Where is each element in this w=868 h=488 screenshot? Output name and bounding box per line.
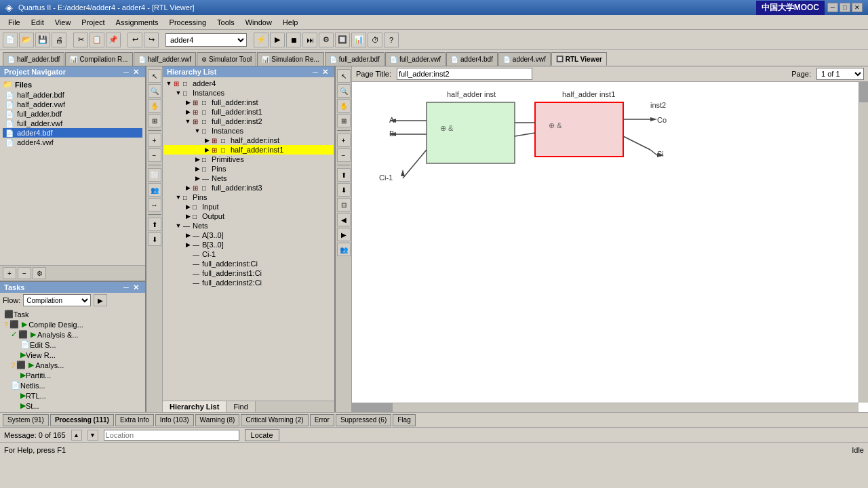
open-button[interactable]: 📂 xyxy=(19,33,34,47)
tree-input[interactable]: ▶ □ Input xyxy=(164,202,333,211)
page-combo[interactable]: 1 of 1 xyxy=(816,68,864,80)
stop-button[interactable]: ⏹ xyxy=(286,33,301,47)
tab-sim-report[interactable]: 📊 Simulation Re... xyxy=(257,52,324,66)
status-tab-error[interactable]: Error xyxy=(310,414,334,426)
net-tool[interactable]: ↔ xyxy=(148,198,161,211)
nav-adder4-bdf[interactable]: 📄 adder4.bdf xyxy=(3,128,142,138)
status-tab-critical-warning[interactable]: Critical Warning (2) xyxy=(241,414,308,426)
nav-add-btn[interactable]: + xyxy=(3,267,16,279)
tree-full-adder-inst3[interactable]: ▶ ⊞ □ full_adder:inst3 xyxy=(164,183,333,192)
sim-button[interactable]: 📊 xyxy=(351,33,366,47)
tab-half-adder-vwf[interactable]: 📄 half_adder.vwf xyxy=(134,52,197,66)
status-tab-extra-info[interactable]: Extra Info xyxy=(115,414,154,426)
select-tool[interactable]: ↖ xyxy=(148,69,161,83)
rtl-canvas[interactable]: half_adder inst half_adder inst1 inst2 A… xyxy=(352,82,868,412)
nav-full-adder-bdf[interactable]: 📄 full_adder.bdf xyxy=(3,109,142,119)
nav-full-adder-vwf[interactable]: 📄 full_adder.vwf xyxy=(3,119,142,128)
task-edit[interactable]: 📄 Edit S... xyxy=(1,340,144,350)
hier-minimize[interactable]: ─ xyxy=(313,68,321,76)
rt-btn12[interactable]: 👥 xyxy=(337,243,351,256)
half-adder-inst1-block[interactable] xyxy=(535,102,623,157)
tab-adder4-bdf[interactable]: 📄 adder4.bdf xyxy=(446,52,498,66)
rt-btn9[interactable]: ⊡ xyxy=(337,198,351,211)
menu-window[interactable]: Window xyxy=(240,17,277,28)
page-title-input[interactable] xyxy=(397,68,532,80)
menu-edit[interactable]: Edit xyxy=(26,17,50,28)
up-level-tool[interactable]: ⬆ xyxy=(148,218,161,231)
zoom-in-tool[interactable]: + xyxy=(148,134,161,147)
rt-btn4[interactable]: ⊞ xyxy=(337,114,351,127)
tab-full-adder-bdf[interactable]: 📄 full_adder.bdf xyxy=(325,52,384,66)
rt-btn1[interactable]: ↖ xyxy=(337,69,351,83)
instance-tool[interactable]: ⬜ xyxy=(148,168,161,182)
fit-tool[interactable]: ⊞ xyxy=(148,114,161,127)
nav-remove-btn[interactable]: − xyxy=(18,267,31,279)
tree-half-adder-inst1[interactable]: ▶ ⊞ □ half_adder:inst1 xyxy=(164,145,333,155)
hier-close[interactable]: ✕ xyxy=(322,68,330,76)
rt-btn2[interactable]: 🔍 xyxy=(337,84,351,98)
task-rtl[interactable]: ▶ RTL... xyxy=(1,390,144,401)
zoom-tool[interactable]: 🔍 xyxy=(148,84,161,98)
zoom-out-tool[interactable]: − xyxy=(148,148,161,162)
menu-assignments[interactable]: Assignments xyxy=(111,17,164,28)
tree-full-adder-inst[interactable]: ▶ ⊞ □ full_adder:inst xyxy=(164,98,333,107)
rt-btn3[interactable]: ✋ xyxy=(337,99,351,113)
tab-compilation[interactable]: 📊 Compilation R... xyxy=(65,52,132,66)
hier-tab-find[interactable]: Find xyxy=(226,401,255,412)
tree-b-bus[interactable]: ▶ — B[3..0] xyxy=(164,240,333,249)
msg-up-btn[interactable]: ▲ xyxy=(71,430,82,441)
rtl-button[interactable]: 🔲 xyxy=(335,33,350,47)
timing-button[interactable]: ⏱ xyxy=(368,33,382,47)
menu-view[interactable]: View xyxy=(50,17,77,28)
status-tab-processing[interactable]: Processing (111) xyxy=(50,414,114,426)
msg-down-btn[interactable]: ▼ xyxy=(87,430,98,441)
status-tab-warning[interactable]: Warning (8) xyxy=(195,414,240,426)
tree-instances-2[interactable]: ▼ □ Instances xyxy=(164,126,333,136)
project-nav-close[interactable]: ✕ xyxy=(133,68,141,76)
tree-full-adder-inst2[interactable]: ▼ ⊞ □ full_adder:inst2 xyxy=(164,117,333,126)
cut-button[interactable]: ✂ xyxy=(73,33,88,47)
tree-adder4[interactable]: ▼ ⊞ □ adder4 xyxy=(164,79,333,88)
rt-btn6[interactable]: − xyxy=(337,148,351,162)
settings-button[interactable]: ⚙ xyxy=(319,33,334,47)
status-tab-suppressed[interactable]: Suppressed (6) xyxy=(336,414,391,426)
tab-adder4-vwf[interactable]: 📄 adder4.vwf xyxy=(498,52,551,66)
h-scrollbar[interactable] xyxy=(352,403,859,412)
nav-props-btn[interactable]: ⚙ xyxy=(33,267,46,279)
tab-full-adder-vwf[interactable]: 📄 full_adder.vwf xyxy=(385,52,446,66)
tasks-minimize[interactable]: ─ xyxy=(123,283,132,291)
nav-adder4-vwf[interactable]: 📄 adder4.vwf xyxy=(3,138,142,147)
menu-processing[interactable]: Processing xyxy=(164,17,212,28)
task-compile-design[interactable]: ? ⬛ ▶ Compile Desig... xyxy=(1,319,144,329)
redo-button[interactable]: ↪ xyxy=(144,33,159,47)
save-button[interactable]: 💾 xyxy=(35,33,50,47)
tree-nets-inst2[interactable]: ▶ — Nets xyxy=(164,174,333,183)
tree-primitives[interactable]: ▶ □ Primitives xyxy=(164,155,333,164)
tab-half-adder-bdf[interactable]: 📄 half_adder.bdf xyxy=(3,52,64,66)
rt-btn7[interactable]: ⬆ xyxy=(337,168,351,182)
undo-button[interactable]: ↩ xyxy=(127,33,142,47)
menu-tools[interactable]: Tools xyxy=(212,17,240,28)
project-nav-minimize[interactable]: ─ xyxy=(123,68,132,76)
flow-play-btn[interactable]: ▶ xyxy=(94,294,107,306)
rt-btn10[interactable]: ◀ xyxy=(337,213,351,226)
task-netlis[interactable]: 📄 Netlis... xyxy=(1,380,144,390)
tree-pins-inst2[interactable]: ▶ □ Pins xyxy=(164,164,333,174)
status-tab-flag[interactable]: Flag xyxy=(393,414,415,426)
compile-button[interactable]: ⚡ xyxy=(254,33,269,47)
group-tool[interactable]: 👥 xyxy=(148,183,161,197)
minimize-button[interactable]: ─ xyxy=(827,3,838,12)
close-button[interactable]: ✕ xyxy=(852,3,863,12)
tree-full-adder-inst2-ci[interactable]: — full_adder:inst2:Ci xyxy=(164,278,333,287)
status-tab-system[interactable]: System (91) xyxy=(3,414,49,426)
nav-half-adder-bdf[interactable]: 📄 half_adder.bdf xyxy=(3,90,142,100)
hier-tab-list[interactable]: Hierarchy List xyxy=(163,401,226,412)
rt-btn5[interactable]: + xyxy=(337,134,351,147)
project-combo[interactable]: adder4 xyxy=(165,33,247,47)
print-button[interactable]: 🖨 xyxy=(52,33,66,47)
tree-a-bus[interactable]: ▶ — A[3..0] xyxy=(164,230,333,240)
tree-instances-1[interactable]: ▼ □ Instances xyxy=(164,88,333,98)
help-button[interactable]: ? xyxy=(384,33,399,47)
half-adder-inst-block[interactable] xyxy=(427,102,515,163)
location-input[interactable] xyxy=(104,430,239,441)
